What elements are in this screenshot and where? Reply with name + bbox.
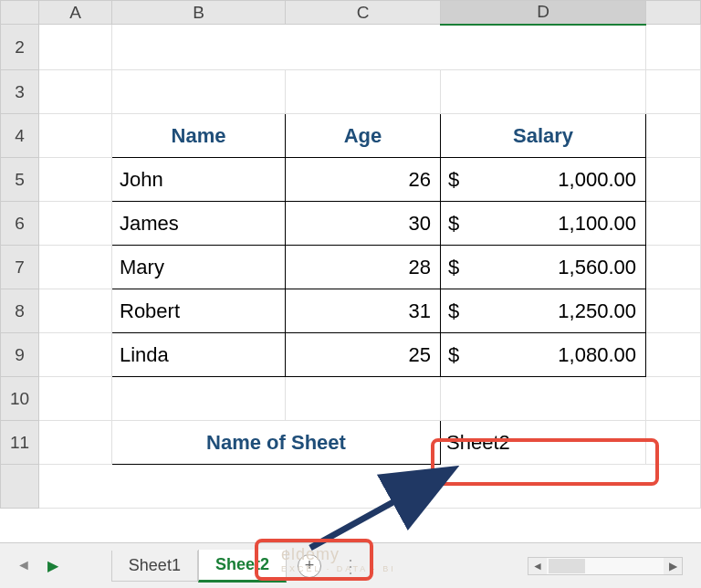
watermark-main: eldemy: [281, 545, 340, 563]
select-all-corner[interactable]: [1, 1, 39, 25]
cell-A8[interactable]: [39, 289, 112, 333]
table-header-age[interactable]: Age: [286, 114, 441, 158]
cell-A3[interactable]: [39, 70, 112, 114]
cell-row12[interactable]: [39, 465, 701, 509]
col-header-B[interactable]: B: [112, 1, 286, 25]
spreadsheet-grid[interactable]: A B C D 2 Find Sheet Name in Excel Formu…: [0, 0, 701, 509]
cell-E9[interactable]: [646, 333, 701, 377]
cell-E5[interactable]: [646, 158, 701, 202]
cell-age-1[interactable]: 30: [286, 202, 441, 246]
cell-name-2[interactable]: Mary: [112, 246, 286, 289]
table-header-name[interactable]: Name: [112, 114, 286, 158]
tab-sheet1[interactable]: Sheet1: [111, 551, 198, 582]
column-header-row[interactable]: A B C D: [1, 1, 701, 25]
tab-nav-prev-icon[interactable]: ◄: [16, 557, 31, 574]
row-header-9[interactable]: 9: [1, 333, 39, 377]
col-header-A[interactable]: A: [39, 1, 112, 25]
scroll-left-icon[interactable]: ◄: [528, 558, 547, 574]
cell-A11[interactable]: [39, 421, 112, 465]
currency-symbol: $: [448, 212, 459, 236]
row-header-3[interactable]: 3: [1, 70, 39, 114]
cell-A5[interactable]: [39, 158, 112, 202]
cell-E6[interactable]: [646, 202, 701, 246]
watermark-sub: EXCEL · DATA · BI: [281, 564, 396, 573]
cell-salary-3[interactable]: $1,250.00: [441, 289, 646, 333]
cell-A9[interactable]: [39, 333, 112, 377]
cell-A2[interactable]: [39, 25, 112, 70]
currency-symbol: $: [448, 168, 459, 192]
cell-age-0[interactable]: 26: [286, 158, 441, 202]
cell-E3[interactable]: [646, 70, 701, 114]
tab-nav-next-icon[interactable]: ▶: [47, 557, 58, 574]
cell-B3[interactable]: [112, 70, 286, 114]
cell-salary-4[interactable]: $1,080.00: [441, 333, 646, 377]
col-header-D[interactable]: D: [441, 1, 646, 25]
sheet-name-result[interactable]: Sheet2: [441, 421, 646, 465]
cell-E2[interactable]: [646, 25, 701, 70]
cell-D3[interactable]: [441, 70, 646, 114]
cell-A7[interactable]: [39, 246, 112, 289]
cell-salary-2[interactable]: $1,560.00: [441, 246, 646, 289]
cell-E4[interactable]: [646, 114, 701, 158]
col-header-C[interactable]: C: [286, 1, 441, 25]
cell-age-3[interactable]: 31: [286, 289, 441, 333]
row-header-8[interactable]: 8: [1, 289, 39, 333]
cell-B10[interactable]: [112, 377, 286, 421]
cell-A4[interactable]: [39, 114, 112, 158]
title-cell[interactable]: Find Sheet Name in Excel Formula: [112, 25, 646, 70]
cell-D10[interactable]: [441, 377, 646, 421]
cell-E10[interactable]: [646, 377, 701, 421]
tab-sheet2[interactable]: Sheet2: [198, 550, 287, 583]
cell-name-0[interactable]: John: [112, 158, 286, 202]
currency-symbol: $: [448, 343, 459, 367]
row-header-7[interactable]: 7: [1, 246, 39, 289]
cell-E11[interactable]: [646, 421, 701, 465]
salary-value: 1,250.00: [558, 299, 636, 322]
row-header-12[interactable]: [1, 465, 39, 509]
cell-A6[interactable]: [39, 202, 112, 246]
worksheet-area: A B C D 2 Find Sheet Name in Excel Formu…: [0, 0, 701, 539]
cell-E8[interactable]: [646, 289, 701, 333]
cell-E7[interactable]: [646, 246, 701, 289]
row-header-6[interactable]: 6: [1, 202, 39, 246]
tab-nav-controls: ◄ ▶: [0, 557, 75, 574]
cell-salary-1[interactable]: $1,100.00: [441, 202, 646, 246]
row-header-11[interactable]: 11: [1, 421, 39, 465]
cell-age-2[interactable]: 28: [286, 246, 441, 289]
scroll-right-icon[interactable]: ▶: [664, 558, 682, 574]
cell-A10[interactable]: [39, 377, 112, 421]
watermark: eldemy EXCEL · DATA · BI: [281, 545, 396, 573]
cell-name-4[interactable]: Linda: [112, 333, 286, 377]
cell-C10[interactable]: [286, 377, 441, 421]
horizontal-scrollbar[interactable]: ◄ ▶: [528, 557, 683, 575]
currency-symbol: $: [448, 299, 459, 323]
row-header-5[interactable]: 5: [1, 158, 39, 202]
row-header-4[interactable]: 4: [1, 114, 39, 158]
salary-value: 1,080.00: [558, 343, 636, 366]
cell-name-3[interactable]: Robert: [112, 289, 286, 333]
cell-age-4[interactable]: 25: [286, 333, 441, 377]
cell-name-1[interactable]: James: [112, 202, 286, 246]
cell-C3[interactable]: [286, 70, 441, 114]
scroll-thumb[interactable]: [549, 559, 585, 573]
table-header-salary[interactable]: Salary: [441, 114, 646, 158]
row-header-2[interactable]: 2: [1, 25, 39, 70]
salary-value: 1,000.00: [558, 168, 636, 191]
sheet-name-label[interactable]: Name of Sheet: [112, 421, 441, 465]
salary-value: 1,560.00: [558, 256, 636, 278]
row-header-10[interactable]: 10: [1, 377, 39, 421]
salary-value: 1,100.00: [558, 212, 636, 235]
currency-symbol: $: [448, 256, 459, 279]
col-header-extra[interactable]: [646, 1, 701, 25]
cell-salary-0[interactable]: $1,000.00: [441, 158, 646, 202]
